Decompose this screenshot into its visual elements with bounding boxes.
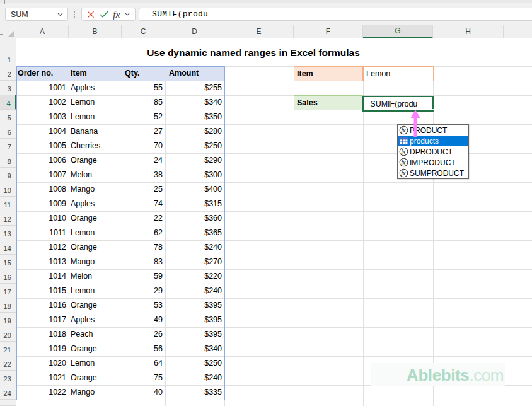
column-header-C[interactable]: C — [122, 25, 165, 38]
gridline — [504, 38, 504, 406]
name-box-value: SUM — [6, 10, 57, 19]
autocomplete-item-label: SUMPRODUCT — [410, 169, 464, 178]
column-header-G[interactable]: G — [363, 25, 433, 38]
named-range-icon — [399, 136, 408, 146]
watermark: Ablebits.com — [407, 367, 504, 383]
name-box[interactable]: SUM — [5, 8, 68, 21]
row-header-1[interactable]: 1 — [0, 38, 16, 66]
svg-text:fx: fx — [401, 159, 406, 166]
toolbar-edge-mark — [4, 0, 5, 4]
function-icon: fx — [399, 158, 408, 167]
function-icon: fx — [399, 168, 408, 178]
row-header-3[interactable]: 3 — [0, 81, 16, 95]
row-header-22[interactable]: 22 — [0, 356, 16, 371]
function-icon: fx — [399, 125, 408, 135]
column-header-A[interactable]: A — [16, 25, 69, 38]
row-header-10[interactable]: 10 — [0, 182, 16, 197]
fill-handle[interactable] — [431, 109, 434, 113]
row-header-24[interactable]: 24 — [0, 385, 16, 400]
column-header-D[interactable]: D — [165, 25, 224, 38]
gridline — [433, 66, 434, 406]
autocomplete-item-DPRODUCT[interactable]: fxDPRODUCT — [398, 146, 468, 157]
row-header-6[interactable]: 6 — [0, 124, 16, 139]
svg-text:fx: fx — [401, 170, 406, 177]
column-header-F[interactable]: F — [294, 25, 363, 38]
column-header-B[interactable]: B — [69, 25, 122, 38]
select-all-triangle-icon — [8, 30, 14, 37]
row-header-13[interactable]: 13 — [0, 226, 16, 240]
watermark-suffix: .com — [469, 366, 504, 385]
row-header-23[interactable]: 23 — [0, 371, 16, 385]
cancel-icon[interactable] — [87, 11, 95, 18]
row-header-14[interactable]: 14 — [0, 240, 16, 255]
sales-label-text: Sales — [297, 98, 318, 107]
row-header-8[interactable]: 8 — [0, 153, 16, 168]
row-header-21[interactable]: 21 — [0, 342, 16, 356]
sheet-grid: Use dynamic named ranges in Excel formul… — [16, 38, 532, 406]
row-header-4[interactable]: 4 — [0, 95, 16, 110]
row-header-17[interactable]: 17 — [0, 284, 16, 298]
row-header-18[interactable]: 18 — [0, 298, 16, 313]
formula-text: =SUMIF(produ — [139, 9, 208, 19]
name-box-dropdown-icon[interactable] — [57, 13, 63, 16]
row-header-11[interactable]: 11 — [0, 197, 16, 211]
select-all-corner[interactable] — [0, 25, 16, 38]
gridline — [294, 66, 294, 406]
function-list-dropdown-icon[interactable] — [125, 13, 130, 16]
watermark-brand: Ablebits — [407, 366, 469, 385]
row-header-9[interactable]: 9 — [0, 168, 16, 182]
cell-F4-sales-label[interactable]: Sales — [294, 95, 364, 110]
row-header-12[interactable]: 12 — [0, 211, 16, 226]
active-cell-G4-formula[interactable]: =SUMIF(produ — [362, 96, 434, 112]
autocomplete-item-label: IMPRODUCT — [410, 158, 456, 167]
sheet-title: Use dynamic named ranges in Excel formul… — [127, 47, 379, 62]
cell-F2-item-label[interactable]: Item — [294, 66, 363, 81]
orders-table-border — [16, 66, 225, 400]
cell-G2-item-value[interactable]: Lemon — [363, 66, 434, 81]
row-header-20[interactable]: 20 — [0, 327, 16, 342]
autocomplete-item-IMPRODUCT[interactable]: fxIMPRODUCT — [398, 157, 468, 168]
function-icon: fx — [399, 147, 408, 156]
item-label-text: Item — [297, 69, 313, 78]
autocomplete-item-SUMPRODUCT[interactable]: fxSUMPRODUCT — [398, 168, 468, 178]
row-header-15[interactable]: 15 — [0, 255, 16, 269]
svg-text:fx: fx — [401, 127, 406, 134]
svg-text:fx: fx — [401, 148, 406, 155]
row-header-19[interactable]: 19 — [0, 313, 16, 327]
item-value-text: Lemon — [366, 69, 390, 78]
column-header-E[interactable]: E — [224, 25, 294, 38]
column-header-partial[interactable] — [504, 25, 532, 38]
pane-edge-mark — [0, 34, 3, 35]
insert-function-icon[interactable]: fx — [113, 9, 120, 20]
formula-edit-buttons: fx — [81, 8, 136, 21]
formula-input[interactable]: =SUMIF(produ — [139, 8, 532, 21]
ribbon-bottom-edge — [0, 0, 532, 3]
row-header-5[interactable]: 5 — [0, 110, 16, 124]
column-header-H[interactable]: H — [433, 25, 504, 38]
row-header-16[interactable]: 16 — [0, 269, 16, 284]
enter-icon[interactable] — [100, 11, 108, 18]
formula-bar: SUM fx =SUMIF(produ — [0, 0, 532, 25]
gridline — [363, 66, 364, 406]
autocomplete-item-label: DPRODUCT — [410, 148, 453, 156]
row-header-2[interactable]: 2 — [0, 66, 16, 81]
active-cell-formula-text: =SUMIF(produ — [366, 100, 417, 108]
annotation-arrow-icon — [408, 108, 422, 138]
row-header-7[interactable]: 7 — [0, 139, 16, 153]
row-header-partial[interactable] — [0, 400, 16, 406]
formula-bar-resize-handle[interactable] — [72, 8, 77, 21]
row-headers: 123456789101112131415161718192021222324 — [0, 38, 16, 406]
column-headers: ABCDEFGH — [16, 25, 532, 38]
